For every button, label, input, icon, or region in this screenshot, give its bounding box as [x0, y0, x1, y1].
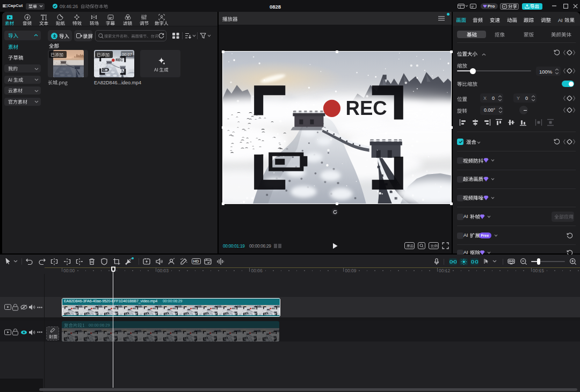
svg-text:HD: HD [193, 259, 199, 264]
